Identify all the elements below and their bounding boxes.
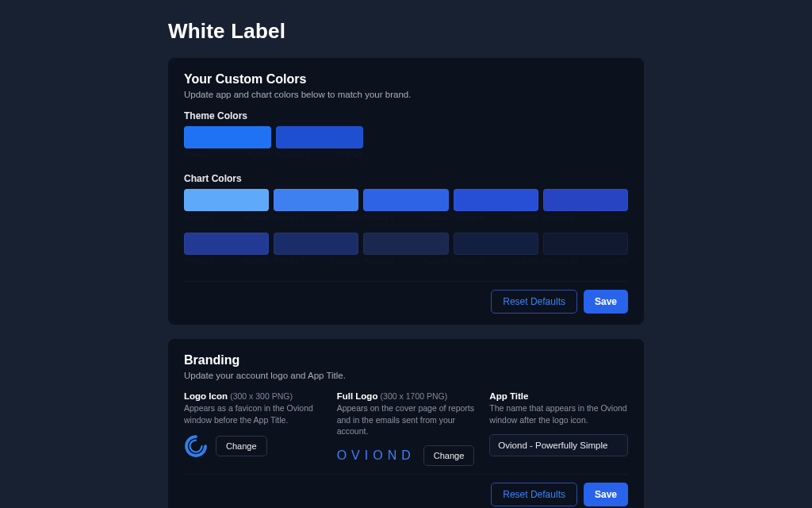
app-title-input[interactable]	[489, 434, 628, 456]
chart-colors-label: Chart Colors	[184, 173, 628, 184]
color-swatch[interactable]: Primary 2#3d7ff0	[274, 189, 358, 229]
color-swatch[interactable]: Primary 3#2f65e6	[363, 189, 448, 229]
swatch-color	[543, 233, 628, 255]
chart-colors-row-1: Primary 1#58a6f9Primary 2#3d7ff0Primary …	[184, 189, 628, 229]
branding-card: Branding Update your account logo and Ap…	[168, 339, 644, 508]
color-swatch[interactable]: Primary 4#2850d6	[454, 189, 538, 229]
swatch-color	[543, 189, 628, 211]
theme-colors-row: Primary#1f72f3Secondary#1f55d5	[184, 126, 628, 167]
color-swatch[interactable]: Primary 5#2644c2	[543, 189, 628, 229]
swatch-meta: Primary 7#1b2e6a	[274, 257, 358, 265]
logo-icon-label: Logo Icon (300 x 300 PNG)	[184, 391, 323, 401]
custom-colors-title: Your Custom Colors	[184, 72, 628, 87]
page-title: White Label	[168, 19, 644, 44]
swatch-meta: Primary 1#58a6f9	[184, 214, 269, 221]
brand-logo-icon	[184, 434, 208, 458]
branding-title: Branding	[184, 353, 628, 368]
branding-subtitle: Update your account logo and App Title.	[184, 371, 628, 380]
custom-colors-subtitle: Update app and chart colors below to mat…	[184, 90, 628, 99]
custom-colors-card: Your Custom Colors Update app and chart …	[168, 58, 644, 325]
swatch-meta: Primary 3#2f65e6	[363, 214, 448, 221]
full-logo-desc: Appears on the cover page of reports and…	[337, 402, 476, 437]
swatch-meta: Primary 9#131f41	[454, 257, 538, 265]
reset-defaults-button[interactable]: Reset Defaults	[491, 290, 577, 314]
swatch-meta: Secondary#1f55d5	[276, 151, 363, 159]
save-button[interactable]: Save	[584, 290, 628, 314]
branding-footer: Reset Defaults Save	[184, 474, 628, 506]
swatch-meta: Primary 8#1a274f	[363, 257, 448, 265]
logo-icon-desc: Appears as a favicon in the Oviond windo…	[184, 402, 323, 426]
swatch-color	[363, 189, 448, 211]
full-logo-change-button[interactable]: Change	[423, 445, 475, 466]
swatch-color	[276, 126, 363, 148]
color-swatch[interactable]: Primary 10#101830	[543, 233, 628, 273]
swatch-meta: Primary 5#2644c2	[543, 214, 628, 221]
full-logo-section: Full Logo (300 x 1700 PNG) Appears on th…	[337, 391, 476, 466]
color-swatch[interactable]: Primary 9#131f41	[454, 233, 538, 273]
swatch-meta: Primary 4#2850d6	[454, 214, 538, 221]
swatch-meta: Primary#1f72f3	[184, 151, 271, 159]
color-swatch[interactable]: Secondary#1f55d5	[276, 126, 363, 167]
swatch-color	[363, 233, 448, 255]
swatch-meta: Primary 2#3d7ff0	[274, 214, 358, 221]
logo-icon-section: Logo Icon (300 x 300 PNG) Appears as a f…	[184, 391, 323, 466]
swatch-color	[184, 189, 269, 211]
color-swatch[interactable]: Primary 7#1b2e6a	[274, 233, 358, 273]
swatch-color	[454, 233, 538, 255]
swatch-color	[274, 233, 358, 255]
color-swatch[interactable]: Primary 8#1a274f	[363, 233, 448, 273]
brand-full-logo: OVIOND	[337, 448, 416, 463]
swatch-color	[184, 233, 269, 255]
branding-reset-defaults-button[interactable]: Reset Defaults	[491, 483, 577, 506]
swatch-color	[274, 189, 358, 211]
swatch-meta: Primary 6#223993	[184, 257, 269, 265]
custom-colors-footer: Reset Defaults Save	[184, 281, 628, 314]
color-swatch[interactable]: Primary#1f72f3	[184, 126, 271, 167]
color-swatch[interactable]: Primary 6#223993	[184, 233, 269, 273]
color-swatch[interactable]: Primary 1#58a6f9	[184, 189, 269, 229]
app-title-label: App Title	[489, 391, 628, 401]
swatch-color	[454, 189, 538, 211]
branding-save-button[interactable]: Save	[584, 483, 628, 506]
app-title-section: App Title The name that appears in the O…	[489, 391, 628, 466]
swatch-meta: Primary 10#101830	[543, 257, 628, 265]
theme-colors-label: Theme Colors	[184, 110, 628, 121]
full-logo-label: Full Logo (300 x 1700 PNG)	[337, 391, 476, 401]
app-title-desc: The name that appears in the Oviond wind…	[489, 402, 628, 426]
logo-icon-change-button[interactable]: Change	[216, 436, 267, 456]
swatch-color	[184, 126, 271, 148]
chart-colors-row-2: Primary 6#223993Primary 7#1b2e6aPrimary …	[184, 233, 628, 273]
